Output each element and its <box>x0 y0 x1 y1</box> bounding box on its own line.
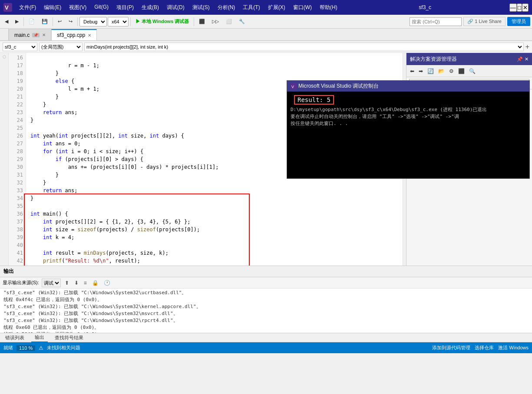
scope-select[interactable]: sf3_c <box>3 43 37 51</box>
vs-small-icon: V <box>291 83 297 89</box>
se-toolbar-btn-2[interactable]: ➡ <box>417 67 425 75</box>
debug-result-highlight: Result: 5 <box>294 95 334 105</box>
bottom-tab-output[interactable]: 输出 <box>31 333 48 342</box>
output-toolbar: 显示输出来源(S): 调试 ⬆ ⬇ ≡ 🔒 🕐 <box>0 277 532 289</box>
output-btn-5[interactable]: 🕐 <box>102 280 112 286</box>
menu-help[interactable]: 帮助(H) <box>316 2 341 13</box>
debug-console-title: Microsoft Visual Studio 调试控制台 <box>298 82 379 90</box>
tab-sf3-cpp-close[interactable]: ✕ <box>88 33 91 38</box>
undo-button[interactable]: ↩ <box>55 17 65 26</box>
status-zoom[interactable]: 110 % <box>17 345 35 351</box>
title-bar: V 文件(F) 编辑(E) 视图(V) Git(G) 项目(P) 生成(B) 调… <box>0 0 532 15</box>
manage-button[interactable]: 管理员 <box>507 17 530 26</box>
output-btn-3[interactable]: ≡ <box>83 280 88 286</box>
output-source-select[interactable]: 调试 <box>42 279 61 287</box>
tab-main-c[interactable]: main.c 📌 ✕ <box>9 29 51 40</box>
forward-button[interactable]: ▶ <box>12 17 22 26</box>
output-line-4: "sf3_c.exe" (Win32): 已加载 "C:\Windows\Sys… <box>3 310 529 317</box>
toolbar-misc-2[interactable]: ▷▷ <box>209 17 222 26</box>
menu-tools[interactable]: 工具(T) <box>239 2 263 13</box>
tab-main-c-close[interactable]: ✕ <box>42 33 46 37</box>
menu-edit[interactable]: 编辑(E) <box>40 2 65 13</box>
output-content: "sf3_c.exe" (Win32): 已加载 "C:\Windows\Sys… <box>0 289 532 333</box>
menu-window[interactable]: 窗口(W) <box>290 2 315 13</box>
line-numbers: 1617181920 2122232425 2627282930 3132333… <box>9 53 26 266</box>
svg-text:V: V <box>5 4 9 11</box>
output-panel-header: 输出 <box>0 266 532 277</box>
output-btn-4[interactable]: 🔒 <box>91 280 100 286</box>
activate-windows[interactable]: 激活 Windows <box>498 345 529 351</box>
platform-select[interactable]: x64 <box>108 17 129 26</box>
bottom-tabs: 错误列表 输出 查找符号结果 <box>0 333 532 342</box>
status-ready: 就绪 <box>3 345 13 351</box>
toolbar-misc-3[interactable]: ⬜ <box>223 17 235 26</box>
solution-explorer-toolbar: ⬅ ➡ 🔄 📂 ⚙ ⬛ 🔍 <box>406 65 532 77</box>
run-debugger-button[interactable]: ▶ 本地 Windows 调试器 <box>132 17 192 26</box>
output-line-7: 线程 0x58f0 已退出，返回值为 0 (0x0)。 <box>3 331 529 333</box>
menu-project[interactable]: 项目(P) <box>113 2 137 13</box>
se-toolbar-btn-7[interactable]: 🔍 <box>467 67 477 75</box>
output-btn-1[interactable]: ⬆ <box>63 280 70 286</box>
se-toolbar-btn-4[interactable]: 📂 <box>436 67 446 75</box>
output-line-1: "sf3_c.exe" (Win32): 已加载 "C:\Windows\Sys… <box>3 289 529 296</box>
gutter-icon: ⬡ <box>3 55 6 59</box>
menu-analyze[interactable]: 分析(N) <box>214 2 239 13</box>
save-button[interactable]: 💾 <box>39 17 51 26</box>
toolbar-misc-4[interactable]: 🔧 <box>236 17 248 26</box>
menu-test[interactable]: 测试(S) <box>189 2 213 13</box>
output-line-2: 线程 0x4f4c 已退出，返回值为 0 (0x0)。 <box>3 296 529 303</box>
toolbar-misc-1[interactable]: ⬛ <box>196 17 208 26</box>
bottom-tab-errors[interactable]: 错误列表 <box>2 334 28 342</box>
toolbar-separator-2 <box>53 17 53 26</box>
debug-config-select[interactable]: Debug <box>79 17 107 26</box>
svg-text:V: V <box>291 85 294 89</box>
menu-extensions[interactable]: 扩展(X) <box>264 2 289 13</box>
vs-logo-icon: V <box>3 3 12 12</box>
menu-view[interactable]: 视图(V) <box>66 2 90 13</box>
status-warning-text: 未找到相关问题 <box>47 345 80 351</box>
back-button[interactable]: ◀ <box>2 17 11 26</box>
se-toolbar-btn-3[interactable]: 🔄 <box>426 67 436 75</box>
function-select[interactable]: minDays(int projects[][2], int size, int… <box>84 43 524 51</box>
bottom-tab-find[interactable]: 查找符号结果 <box>51 334 87 342</box>
status-warning-icon: ⚠ <box>39 345 43 351</box>
toolbar-separator-3 <box>77 17 78 26</box>
output-btn-2[interactable]: ⬇ <box>73 280 80 286</box>
left-gutter: ⬡ <box>0 53 9 266</box>
maximize-button[interactable]: □ <box>517 3 522 12</box>
tab-sf3-cpp[interactable]: sf3_cpp.cpp ✕ <box>51 29 97 40</box>
add-to-source-control[interactable]: 添加到源代码管理 <box>432 345 470 351</box>
code-nav-bar: sf3_c (全局范围) minDays(int projects[][2], … <box>0 41 532 53</box>
live-share-button[interactable]: 🔗 1 Live Share <box>463 17 506 26</box>
redo-button[interactable]: ↪ <box>66 17 76 26</box>
panel-close-button[interactable]: ✕ <box>525 56 529 62</box>
close-button[interactable]: ✕ <box>522 3 529 12</box>
debug-console-window: V Microsoft Visual Studio 调试控制台 Result: … <box>287 80 530 179</box>
nav-add-button[interactable]: + <box>525 43 529 51</box>
new-file-button[interactable]: 📄 <box>26 17 38 26</box>
tab-main-c-label: main.c <box>14 32 30 38</box>
panel-pin-button[interactable]: 📌 <box>517 56 523 62</box>
se-toolbar-btn-6[interactable]: ⬛ <box>456 67 466 75</box>
menu-bar: 文件(F) 编辑(E) 视图(V) Git(G) 项目(P) 生成(B) 调试(… <box>16 2 341 13</box>
se-toolbar-btn-1[interactable]: ⬅ <box>408 67 416 75</box>
menu-git[interactable]: Git(G) <box>91 2 112 13</box>
debug-line-2: 要在调试停止时自动关闭控制台，请启用 "工具" ->"选项" ->"调试" ->… <box>291 113 526 120</box>
output-source-label: 显示输出来源(S): <box>3 279 39 286</box>
output-line-3: "sf3_c.exe" (Win32): 已加载 "C:\Windows\Sys… <box>3 303 529 310</box>
search-box[interactable] <box>410 17 462 26</box>
range-select[interactable]: (全局范围) <box>39 43 83 51</box>
menu-file[interactable]: 文件(F) <box>16 2 40 13</box>
output-line-6: 线程 0xe60 已退出，返回值为 0 (0x0)。 <box>3 324 529 331</box>
select-repo[interactable]: 选择仓库 <box>475 345 494 351</box>
debug-line-1: D:\mysetup\gopath\src\dsy\sf3_c\x64\Debu… <box>291 106 526 113</box>
debug-line-3: 按任意键关闭此窗口. . . <box>291 120 526 127</box>
toolbar-separator-1 <box>23 17 24 26</box>
menu-build[interactable]: 生成(B) <box>138 2 162 13</box>
minimize-button[interactable]: — <box>509 3 517 12</box>
window-title: sf3_c <box>341 4 509 10</box>
se-toolbar-btn-5[interactable]: ⚙ <box>447 67 456 75</box>
solution-explorer-header: 解决方案资源管理器 📌 ✕ <box>406 53 532 65</box>
menu-debug[interactable]: 调试(D) <box>163 2 188 13</box>
output-line-5: "sf3_c.exe" (Win32): 已加载 "C:\Windows\Sys… <box>3 317 529 324</box>
